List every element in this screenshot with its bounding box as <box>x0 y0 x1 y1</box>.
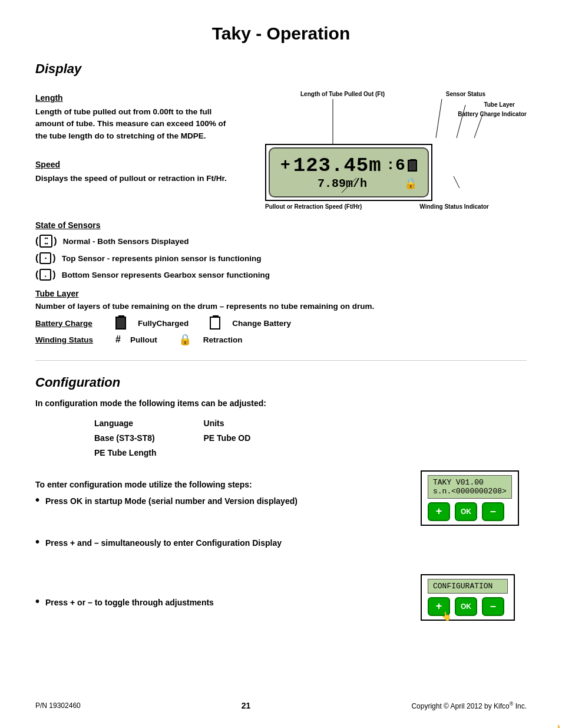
part-number: P/N 19302460 <box>35 701 81 710</box>
startup-plus-button[interactable]: + <box>428 502 450 521</box>
config-lcd-panel: CONFIGURATION + OK – <box>421 574 515 621</box>
winding-status-row: Winding Status # Pullout 🔒 Retraction <box>35 333 527 346</box>
sensor-row-bottom: ( ▪ ) Bottom Sensor represents Gearbox s… <box>35 269 527 281</box>
startup-lcd-panel: TAKY V01.00 s.n.<0000000208> + OK – <box>421 470 519 526</box>
lcd-battery-icon <box>408 160 417 172</box>
battery-full-icon <box>115 317 126 330</box>
display-section: Display Length Length of tube pulled out… <box>35 61 527 346</box>
page-number: 21 <box>242 701 251 710</box>
config-minus-button[interactable]: – <box>482 597 504 616</box>
startup-ok-button[interactable]: OK <box>455 502 477 521</box>
configuration-section: Configuration In configuration mode the … <box>35 375 527 625</box>
battery-fully-charged-label: FullyCharged <box>138 319 189 328</box>
battery-empty-icon <box>210 317 220 330</box>
sensor-row-top: ( ▪ ) Top Sensor - represents pinion sen… <box>35 252 527 264</box>
speed-heading: Speed <box>35 160 236 169</box>
diag-label-sensor: Sensor Status <box>446 91 485 97</box>
diag-label-battery: Battery Charge Indicator <box>458 111 527 117</box>
bullet2: • <box>35 536 39 548</box>
length-heading: Length <box>35 93 236 103</box>
sensor-row-normal: ( ▪▪▪▪ ) Normal - Both Sensors Displayed <box>35 235 527 248</box>
footer: P/N 19302460 21 Copyright © April 2012 b… <box>35 701 527 710</box>
page: Taky - Operation Display Length Length o… <box>0 0 562 728</box>
config-steps-left: To enter configuration mode utilize the … <box>35 470 409 625</box>
lcd-main-value: 123.45m <box>293 156 382 176</box>
state-sensors-heading: State of Sensors <box>35 220 527 230</box>
display-section-title: Display <box>35 61 527 77</box>
step3-item: • Press + or – to toggle through adjustm… <box>35 597 409 609</box>
diag-label-pullout: Pullout or Retraction Speed (Ft/Hr) <box>265 203 362 210</box>
retraction-icon: 🔒 <box>178 333 191 346</box>
section-divider <box>35 360 527 361</box>
config-panel: CONFIGURATION + OK – <box>421 574 515 625</box>
hash-icon: # <box>115 334 121 345</box>
startup-panel: TAKY V01.00 s.n.<0000000208> + OK – <box>421 470 519 531</box>
step2-item: • Press + and – simultaneously to enter … <box>35 537 409 549</box>
config-units: Units <box>204 416 251 431</box>
sensor-normal-icon-wrap: ( ▪▪▪▪ ) <box>35 235 57 248</box>
speed-text: Displays the speed of pullout or retract… <box>35 173 236 185</box>
lcd-speed-value: 7.89m/h <box>318 177 367 190</box>
diag-label-winding: Winding Status Indicator <box>419 203 489 210</box>
tube-layer-heading: Tube Layer <box>35 289 527 298</box>
winding-pullout-label: Pullout <box>130 335 157 344</box>
diag-label-tube: Tube Layer <box>484 101 515 108</box>
length-text: Length of tube pulled out from 0.00ft to… <box>35 106 236 142</box>
sensor-both-icon: ▪▪▪▪ <box>39 235 52 248</box>
lcd-display-box: + 123.45m : 6 7.89m/h 🔒 <box>265 144 432 201</box>
config-buttons: + OK – <box>428 597 508 616</box>
winding-retraction-label: Retraction <box>203 335 243 344</box>
lcd-line1: + 123.45m : 6 <box>280 156 417 176</box>
startup-lcd-screen: TAKY V01.00 s.n.<0000000208> <box>428 475 512 499</box>
display-content-row: Length Length of tube pulled out from 0.… <box>35 85 527 210</box>
battery-charge-row: Battery Charge FullyCharged Change Batte… <box>35 317 527 330</box>
config-lcd-line1: CONFIGURATION <box>433 582 503 591</box>
config-lcd-screen: CONFIGURATION <box>428 579 508 594</box>
lcd-lock-icon: 🔒 <box>404 177 417 190</box>
battery-charge-label: Battery Charge <box>35 319 106 328</box>
bullet1: • <box>35 494 39 506</box>
startup-minus-button[interactable]: – <box>482 502 504 521</box>
config-steps-title: To enter configuration mode utilize the … <box>35 480 409 489</box>
startup-buttons: + OK – <box>428 502 512 521</box>
lcd-colon-6: : <box>386 159 395 173</box>
sensor-top-icon: ▪ <box>39 252 51 264</box>
diagram-container: Length of Tube Pulled Out (Ft) Sensor St… <box>253 91 527 210</box>
lcd-plus-sign: + <box>280 157 291 174</box>
tube-layer-text: Number of layers of tube remaining on th… <box>35 302 527 311</box>
config-plus-button[interactable]: + <box>428 597 450 616</box>
sensor-top-icon-wrap: ( ▪ ) <box>35 252 56 264</box>
winding-status-label: Winding Status <box>35 335 106 344</box>
copyright: Copyright © April 2012 by Kifco® Inc. <box>411 701 527 710</box>
config-pe-length: PE Tube Length <box>94 446 157 460</box>
lcd-6-value: 6 <box>395 157 406 174</box>
config-items-row: Language Base (ST3-ST8) PE Tube Length U… <box>94 416 527 461</box>
step2-text: Press + and – simultaneously to enter Co… <box>45 537 282 549</box>
step1-text: Press OK in startup Mode (serial number … <box>45 495 297 508</box>
config-pe-od: PE Tube OD <box>204 431 251 446</box>
step1-item: • Press OK in startup Mode (serial numbe… <box>35 495 409 508</box>
diag-label-length: Length of Tube Pulled Out (Ft) <box>300 91 385 97</box>
configuration-section-title: Configuration <box>35 375 527 390</box>
lcd-inner: + 123.45m : 6 7.89m/h 🔒 <box>269 147 429 197</box>
bullet3: • <box>35 595 39 607</box>
lcd-diagram-area: Length of Tube Pulled Out (Ft) Sensor St… <box>253 85 527 210</box>
sensor-bottom-label: Bottom Sensor represents Gearbox sensor … <box>62 271 270 279</box>
config-col2: Units PE Tube OD <box>204 416 251 461</box>
config-base: Base (ST3-ST8) <box>94 431 157 446</box>
sensor-bottom-icon: ▪ <box>39 269 51 281</box>
sensor-top-label: Top Sensor - represents pinion sensor is… <box>62 254 262 263</box>
startup-lcd-line2: s.n.<0000000208> <box>433 487 507 496</box>
config-col1: Language Base (ST3-ST8) PE Tube Length <box>94 416 157 461</box>
display-left-col: Length Length of tube pulled out from 0.… <box>35 85 236 210</box>
step3-text: Press + or – to toggle through adjustmen… <box>45 597 214 609</box>
config-intro-text: In configuration mode the following item… <box>35 398 527 408</box>
config-ok-button[interactable]: OK <box>455 597 477 616</box>
config-steps-layout: To enter configuration mode utilize the … <box>35 470 527 625</box>
startup-lcd-line1: TAKY V01.00 <box>433 478 507 487</box>
sensor-bottom-icon-wrap: ( ▪ ) <box>35 269 56 281</box>
battery-change-label: Change Battery <box>232 319 291 328</box>
config-steps-right: TAKY V01.00 s.n.<0000000208> + OK – <box>421 470 527 625</box>
page-title: Taky - Operation <box>35 24 527 44</box>
sensor-normal-label: Normal - Both Sensors Displayed <box>63 237 189 246</box>
